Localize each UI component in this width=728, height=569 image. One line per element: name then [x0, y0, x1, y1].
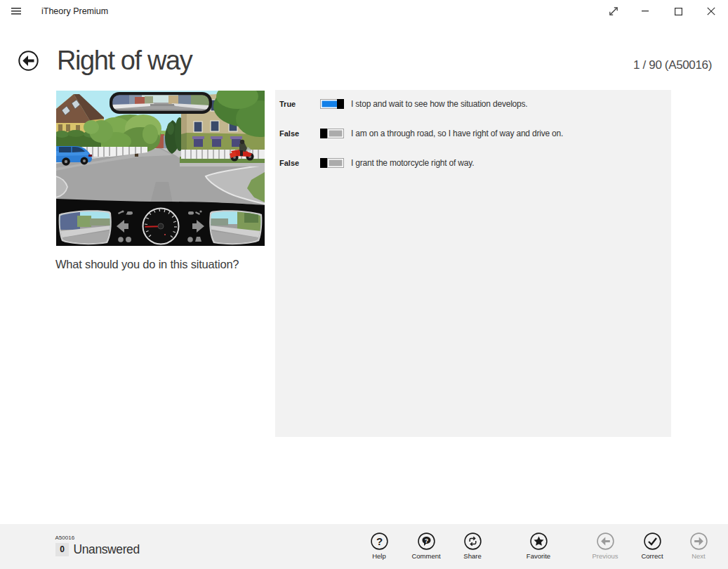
svg-text:?: ? — [376, 535, 382, 547]
svg-text:?: ? — [424, 537, 428, 544]
